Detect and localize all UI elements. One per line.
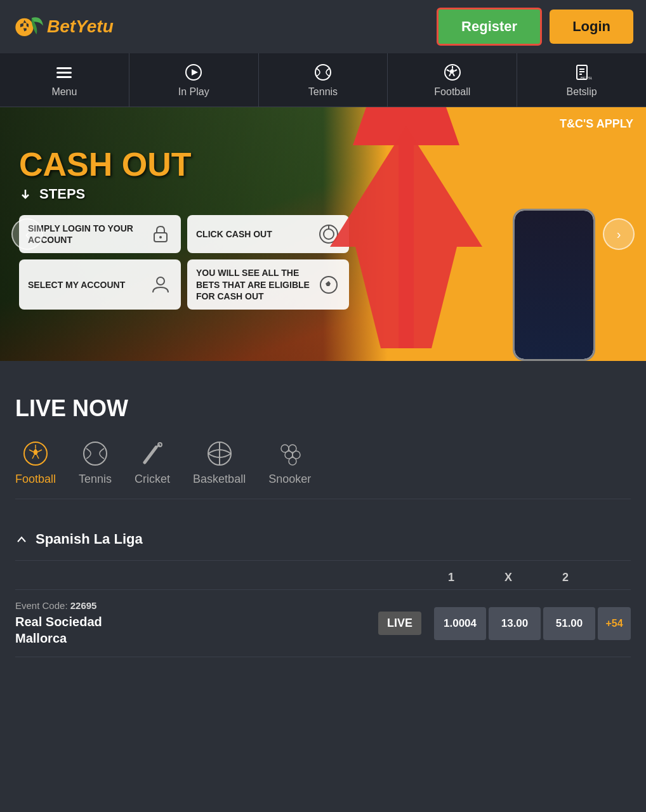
sports-filter: Football Tennis Cricket (15, 440, 631, 499)
step-2: CLICK CASH OUT (187, 215, 349, 253)
betslip-icon: BETSLIP (572, 62, 592, 82)
step-4-text: YOU WILL SEE ALL THE BETS THAT ARE ELIGI… (196, 267, 312, 302)
tennis-filter-icon (81, 440, 109, 468)
nav-label-betslip: Betslip (567, 86, 597, 98)
step-1: SIMPLY LOGIN TO YOUR ACCOUNT (19, 215, 181, 253)
nav-label-menu: Menu (51, 86, 77, 98)
cricket-icon (138, 440, 166, 468)
arrow-down-icon (19, 188, 32, 201)
event-code-value: 22695 (70, 600, 97, 611)
sport-label-tennis: Tennis (79, 473, 112, 486)
tennis-icon (313, 62, 333, 82)
odds-header: 1 X 2 (15, 561, 631, 590)
person-icon (149, 273, 172, 296)
svg-rect-8 (56, 76, 72, 78)
svg-point-42 (84, 442, 107, 465)
step-2-text: CLICK CASH OUT (196, 228, 312, 240)
nav-label-tennis: Tennis (308, 86, 338, 98)
team2-name: Mallorca (15, 631, 67, 645)
nav-label-inplay: In Play (178, 86, 209, 98)
step-1-text: SIMPLY LOGIN TO YOUR ACCOUNT (28, 223, 144, 246)
cash-c-letter: C (19, 146, 43, 183)
cashout-circle-icon (317, 223, 340, 246)
svg-line-41 (29, 450, 33, 452)
live-now-title: LIVE NOW (15, 395, 631, 422)
odds-btn-x[interactable]: 13.00 (489, 607, 541, 640)
sport-filter-snooker[interactable]: Snooker (268, 440, 311, 486)
play-icon (183, 62, 204, 82)
nav-item-tennis[interactable]: Tennis (259, 53, 388, 107)
team-names: Real Sociedad Mallorca (15, 613, 371, 646)
svg-rect-7 (56, 72, 72, 74)
odds-buttons: 1.0004 13.00 51.00 +54 (434, 607, 631, 640)
login-button[interactable]: Login (550, 10, 633, 44)
football-step-icon (317, 273, 340, 296)
svg-line-17 (449, 74, 451, 76)
odds-col-1: 1 (423, 571, 480, 584)
nav-item-inplay[interactable]: In Play (129, 53, 259, 107)
football-filter-icon (22, 440, 49, 468)
banner-next-button[interactable]: › (603, 218, 635, 250)
svg-line-38 (38, 450, 42, 452)
svg-line-16 (453, 74, 454, 76)
match-info: Event Code: 22695 Real Sociedad Mallorca (15, 600, 371, 646)
league-name: Spanish La Liga (36, 531, 143, 547)
odds-col-2: 2 (537, 571, 594, 584)
header-buttons: Register Login (437, 8, 633, 46)
logo-text: BetYetu (47, 16, 114, 37)
banner: T&C'S APPLY ‹ › CASH OUT STEPS SIMPLY LO… (0, 107, 646, 361)
basketball-icon (206, 440, 234, 468)
sport-filter-basketball[interactable]: Basketball (193, 440, 246, 486)
sport-label-basketball: Basketball (193, 473, 246, 486)
nav-label-football: Football (434, 86, 470, 98)
team1-name: Real Sociedad (15, 615, 102, 629)
nav-item-menu[interactable]: Menu (0, 53, 129, 107)
register-button[interactable]: Register (437, 8, 542, 46)
phone-screen (515, 211, 593, 359)
svg-point-11 (315, 65, 331, 80)
header: BetYetu Register Login (0, 0, 646, 53)
banner-tc: T&C'S APPLY (560, 117, 633, 131)
odds-btn-2[interactable]: 51.00 (543, 607, 595, 640)
svg-line-39 (37, 455, 39, 459)
spacer (0, 361, 646, 376)
svg-point-25 (159, 236, 162, 239)
odds-btn-more[interactable]: +54 (598, 607, 631, 640)
step-3: SELECT MY ACCOUNT (19, 259, 181, 310)
menu-icon (54, 62, 74, 82)
sport-label-cricket: Cricket (135, 473, 170, 486)
svg-line-18 (447, 70, 449, 71)
banner-prev-button[interactable]: ‹ (11, 218, 43, 250)
steps-grid: SIMPLY LOGIN TO YOUR ACCOUNT CLICK CASH … (19, 215, 349, 310)
sport-filter-tennis[interactable]: Tennis (79, 440, 112, 486)
live-badge: LIVE (378, 612, 421, 635)
logo: BetYetu (13, 13, 114, 41)
svg-rect-6 (56, 67, 72, 69)
odds-col-x: X (480, 571, 537, 584)
chevron-up-icon (15, 533, 28, 546)
live-now-section: LIVE NOW Football Tennis (0, 376, 646, 657)
steps-label: STEPS (19, 186, 627, 202)
league-header[interactable]: Spanish La Liga (15, 518, 631, 561)
step-4: YOU WILL SEE ALL THE BETS THAT ARE ELIGI… (187, 259, 349, 310)
nav-item-football[interactable]: Football (388, 53, 517, 107)
event-code: Event Code: 22695 (15, 600, 371, 611)
cash-out-title: CASH OUT (19, 145, 627, 183)
svg-marker-31 (326, 281, 331, 286)
sport-label-football: Football (15, 473, 56, 486)
phone-mockup (513, 209, 595, 361)
svg-text:BETSLIP: BETSLIP (581, 76, 592, 80)
svg-line-40 (32, 455, 34, 459)
step-3-text: SELECT MY ACCOUNT (28, 279, 144, 291)
odds-btn-1[interactable]: 1.0004 (434, 607, 486, 640)
svg-point-50 (289, 457, 296, 465)
sport-filter-cricket[interactable]: Cricket (135, 440, 170, 486)
logo-icon (13, 13, 44, 41)
svg-point-27 (324, 229, 334, 239)
svg-marker-10 (192, 69, 198, 75)
sport-label-snooker: Snooker (268, 473, 311, 486)
nav-item-betslip[interactable]: BETSLIP Betslip (517, 53, 646, 107)
sport-filter-football[interactable]: Football (15, 440, 56, 486)
svg-marker-36 (33, 449, 38, 455)
snooker-icon (276, 440, 304, 468)
